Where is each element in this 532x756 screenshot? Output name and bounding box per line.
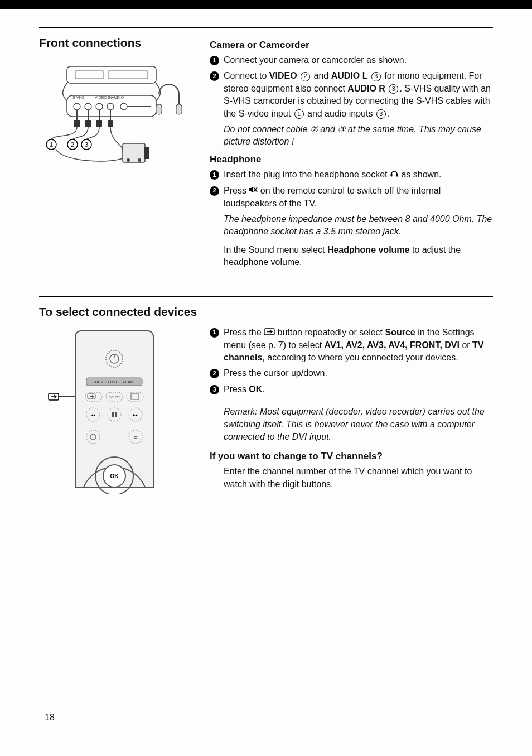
svg-rect-28	[391, 174, 393, 177]
select-step-3-text: Press OK.	[224, 383, 493, 396]
subheading-camera: Camera or Camcorder	[210, 40, 493, 51]
circled-2-icon: 2	[301, 72, 310, 81]
t: AUDIO R	[347, 84, 385, 93]
svg-rect-25	[144, 147, 149, 159]
circled-3-icon: 3	[371, 72, 381, 81]
t: Headphone volume	[327, 245, 410, 254]
circled-1-icon: 1	[294, 109, 304, 119]
svg-point-5	[85, 103, 91, 110]
svg-text:VIDEO IN: VIDEO IN	[95, 95, 112, 99]
illustration-front-panel: VIDEO IN S-VHS AUDIO 1	[39, 61, 184, 172]
svg-text:2: 2	[71, 141, 74, 148]
top-black-bar	[0, 0, 532, 9]
subheading-change-tv: If you want to change to TV channels?	[210, 451, 493, 462]
t: Insert the plug into the headphone socke…	[224, 170, 390, 179]
t: .	[262, 384, 264, 394]
page-content: Front connections VIDEO IN	[0, 0, 532, 495]
select-remark: Remark: Most equipment (decoder, video r…	[224, 406, 493, 443]
subheading-headphone: Headphone	[210, 154, 493, 165]
svg-rect-15	[85, 120, 91, 127]
headphone-note: The headphone impedance must be between …	[224, 213, 493, 238]
t: and	[311, 71, 331, 80]
t: , according to where you connected your …	[262, 353, 458, 362]
t: AV1, AV2, AV3, AV4, FRONT, DVI	[325, 340, 460, 350]
camera-step-1-text: Connect your camera or camcorder as show…	[224, 54, 493, 66]
select-step-2-text: Press the cursor up/down.	[224, 367, 493, 379]
change-tv-body: Enter the channel number of the TV chann…	[224, 465, 493, 490]
illustration-remote: CBL VCR DVD SAT AMP Select ◂◂ ▸▸	[39, 326, 184, 494]
camera-step-1: 1 Connect your camera or camcorder as sh…	[210, 54, 493, 66]
svg-rect-12	[156, 104, 162, 114]
heading-front-connections: Front connections	[39, 36, 195, 50]
svg-point-27	[138, 158, 141, 162]
heading-select-devices: To select connected devices	[39, 305, 493, 319]
svg-point-7	[107, 103, 114, 110]
svg-text:AUDIO: AUDIO	[112, 95, 124, 99]
circled-3-icon: 3	[376, 109, 386, 119]
t: Press the	[224, 328, 264, 337]
headphone-step-2-text: Press on the remote control to switch of…	[224, 185, 493, 210]
headphone-tail: In the Sound menu select Headphone volum…	[224, 244, 493, 269]
headphone-step-1: 1 Insert the plug into the headphone soc…	[210, 168, 493, 181]
remote-mode-labels: CBL VCR DVD SAT AMP	[93, 380, 137, 384]
svg-point-6	[96, 103, 103, 110]
t: Press	[224, 186, 249, 195]
select-step-1-text: Press the button repeatedly or select So…	[224, 326, 493, 364]
svg-rect-0	[67, 66, 156, 83]
svg-text:▸▸: ▸▸	[133, 412, 138, 417]
bullet-1-icon: 1	[210, 328, 219, 338]
bullet-3-icon: 3	[210, 385, 219, 394]
bullet-1-icon: 1	[210, 170, 219, 180]
t: .	[387, 109, 389, 118]
bullet-2-icon: 2	[210, 369, 219, 378]
select-step-3: 3 Press OK.	[210, 383, 493, 396]
headphone-step-1-text: Insert the plug into the headphone socke…	[224, 168, 493, 181]
t: In the Sound menu select	[224, 245, 327, 254]
svg-text:Select: Select	[109, 395, 120, 399]
t: Press	[224, 384, 249, 394]
t: VIDEO	[269, 71, 297, 80]
svg-text:◂◂: ◂◂	[91, 412, 95, 417]
select-step-1: 1 Press the button repeatedly or select …	[210, 326, 493, 364]
rule-mid	[39, 296, 493, 297]
svg-rect-24	[123, 143, 145, 162]
remote-ok-label: OK	[110, 473, 119, 479]
t: Connect to	[224, 71, 269, 80]
t: Source	[385, 328, 415, 337]
svg-marker-30	[249, 186, 253, 193]
camera-note: Do not connect cable ② and ③ at the same…	[224, 123, 493, 148]
t: OK	[249, 384, 262, 394]
camera-step-2: 2 Connect to VIDEO 2 and AUDIO L 3 for m…	[210, 70, 493, 120]
circled-3-icon: 3	[389, 84, 398, 94]
t: or	[460, 340, 472, 350]
t: button repeatedly or select	[277, 328, 385, 337]
section-select-devices: CBL VCR DVD SAT AMP Select ◂◂ ▸▸	[39, 326, 493, 495]
svg-point-8	[120, 103, 127, 110]
camera-step-2-text: Connect to VIDEO 2 and AUDIO L 3 for mon…	[224, 70, 493, 120]
t: AUDIO L	[331, 71, 368, 80]
bullet-1-icon: 1	[210, 56, 219, 65]
svg-rect-29	[396, 174, 398, 177]
svg-rect-1	[75, 71, 103, 79]
mute-icon	[249, 185, 258, 197]
page-number: 18	[45, 712, 55, 723]
t: and audio inputs	[305, 109, 375, 118]
svg-text:3: 3	[85, 141, 88, 148]
svg-point-26	[127, 158, 130, 162]
bullet-2-icon: 2	[210, 71, 219, 81]
section-front-connections: Front connections VIDEO IN	[39, 36, 493, 273]
svg-rect-16	[96, 120, 102, 127]
svg-rect-17	[108, 120, 113, 127]
svg-rect-14	[74, 120, 80, 127]
headphone-icon	[390, 168, 399, 181]
svg-text:S-VHS: S-VHS	[72, 95, 85, 99]
bullet-2-icon: 2	[210, 186, 219, 196]
svg-rect-13	[176, 104, 182, 114]
t: as shown.	[401, 170, 441, 179]
svg-rect-2	[109, 71, 148, 79]
source-icon	[264, 326, 275, 339]
svg-rect-49	[115, 412, 117, 417]
select-step-2: 2 Press the cursor up/down.	[210, 367, 493, 379]
svg-text:cc: cc	[134, 435, 138, 439]
rule-top	[39, 27, 493, 28]
